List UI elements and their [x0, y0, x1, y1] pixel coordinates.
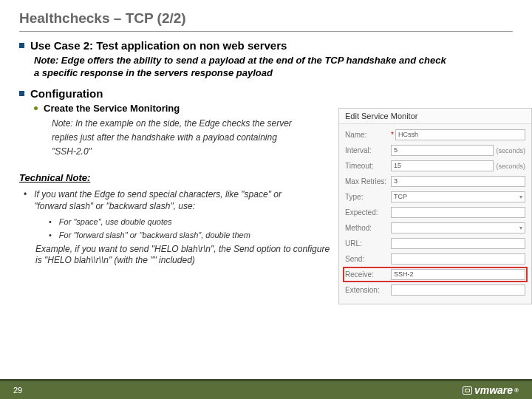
- receive-label: Receive:: [345, 270, 391, 279]
- slide-title: Healthchecks – TCP (2/2): [0, 0, 532, 31]
- dialog-body: Name: * HCssh Interval: 5 (seconds) Time…: [339, 124, 531, 304]
- send-label: Send:: [345, 255, 391, 263]
- row-name: Name: * HCssh: [345, 129, 525, 141]
- receive-field[interactable]: SSH-2: [391, 269, 525, 280]
- usecase-note: Note: Edge offers the ability to send a …: [34, 55, 448, 80]
- bullet-icon: •: [49, 231, 52, 239]
- tech-sub-2-text: For "forward slash" or "backward slash",…: [59, 231, 250, 239]
- row-maxretries: Max Retries: 3: [345, 175, 525, 188]
- url-label: URL:: [345, 239, 391, 248]
- interval-label: Interval:: [345, 146, 391, 154]
- usecase-bullet: Use Case 2: Test application on non web …: [19, 39, 519, 52]
- row-send: Send:: [345, 253, 525, 265]
- dialog-title: Edit Service Monitor: [339, 109, 531, 124]
- expected-label: Expected:: [345, 208, 391, 216]
- config-sub-heading: Create the Service Monitoring: [44, 103, 180, 114]
- vmware-logo: vmware ®: [463, 384, 519, 396]
- vmware-logo-text: vmware: [474, 384, 513, 396]
- interval-unit: (seconds): [496, 147, 525, 154]
- tech-example: Example, if you want to send "HELO blah\…: [35, 244, 331, 267]
- footer: 29 vmware ®: [0, 381, 532, 399]
- config-bullet: Configuration: [19, 87, 519, 100]
- config-sub-note: Note: In the example on the side, the Ed…: [52, 117, 303, 160]
- vmware-logo-icon: [463, 386, 472, 395]
- expected-field[interactable]: [391, 207, 525, 218]
- row-method: Method:: [345, 222, 525, 234]
- usecase-heading: Use Case 2: Test application on non web …: [30, 39, 287, 52]
- square-bullet-icon: [19, 91, 24, 96]
- send-field[interactable]: [391, 253, 525, 265]
- bullet-icon: •: [49, 217, 52, 226]
- maxretries-field[interactable]: 3: [391, 176, 525, 187]
- registered-icon: ®: [514, 387, 519, 394]
- method-select[interactable]: [391, 222, 525, 233]
- extension-field[interactable]: [391, 284, 525, 296]
- timeout-label: Timeout:: [345, 162, 391, 170]
- name-field[interactable]: HCssh: [395, 129, 525, 140]
- row-extension: Extension:: [345, 284, 525, 296]
- row-receive: Receive: SSH-2: [344, 268, 526, 281]
- row-url: URL:: [345, 237, 525, 250]
- interval-field[interactable]: 5: [391, 145, 494, 156]
- edit-service-monitor-dialog: Edit Service Monitor Name: * HCssh Inter…: [338, 108, 532, 304]
- slide: Healthchecks – TCP (2/2) Use Case 2: Tes…: [0, 0, 532, 399]
- row-type: Type: TCP: [345, 191, 525, 203]
- maxretries-label: Max Retries:: [345, 177, 391, 185]
- url-field[interactable]: [391, 238, 525, 249]
- type-label: Type:: [345, 193, 391, 201]
- timeout-field[interactable]: 15: [391, 160, 494, 171]
- name-label: Name:: [345, 131, 391, 139]
- config-heading: Configuration: [30, 87, 103, 100]
- bullet-icon: •: [24, 189, 27, 212]
- timeout-unit: (seconds): [496, 163, 525, 170]
- page-number: 29: [13, 386, 22, 395]
- tech-line-1: If you want the Edge to send special cha…: [34, 189, 315, 212]
- row-timeout: Timeout: 15 (seconds): [345, 160, 525, 172]
- tech-sub-1-text: For "space", use double quotes: [59, 217, 172, 226]
- type-select[interactable]: TCP: [391, 191, 525, 202]
- row-interval: Interval: 5 (seconds): [345, 144, 525, 157]
- title-underline: [19, 31, 513, 32]
- dot-bullet-icon: [34, 106, 38, 110]
- extension-label: Extension:: [345, 286, 391, 294]
- method-label: Method:: [345, 224, 391, 232]
- square-bullet-icon: [19, 43, 24, 48]
- row-expected: Expected:: [345, 206, 525, 219]
- required-icon: *: [391, 131, 394, 139]
